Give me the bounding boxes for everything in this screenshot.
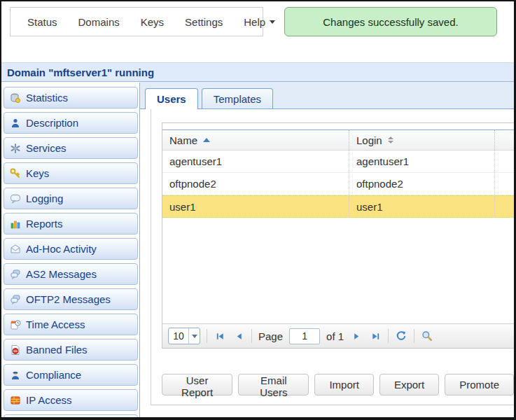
menu-item-help[interactable]: Help	[244, 16, 275, 28]
sidebar-item-compliance[interactable]: Compliance	[4, 364, 138, 386]
sidebar-item-label: Keys	[26, 167, 49, 179]
description-icon	[10, 118, 21, 129]
sidebar-content-divider	[139, 83, 140, 417]
sidebar-item-statistics[interactable]: Statistics	[4, 87, 138, 108]
column-header-name[interactable]: Name	[162, 130, 349, 150]
ip-access-icon	[10, 395, 21, 406]
tab-strip: Users Templates	[140, 82, 514, 109]
cell-name: oftpnode2	[162, 173, 349, 195]
menu-item-settings[interactable]: Settings	[185, 16, 223, 28]
actions-row: User Report Email Users Import Export Pr…	[162, 374, 514, 396]
search-button[interactable]	[421, 330, 433, 342]
column-header-login-label: Login	[356, 134, 382, 146]
sidebar-item-label: Statistics	[26, 92, 68, 104]
cell-login: oftpnode2	[349, 173, 495, 195]
sidebar-item-adhoc-activity[interactable]: Ad-Hoc Activity	[4, 238, 138, 260]
menu-item-keys[interactable]: Keys	[141, 16, 164, 28]
cell-login: agentuser1	[349, 150, 495, 172]
column-header-login[interactable]: Login	[349, 130, 495, 150]
toolbar-separator	[251, 329, 252, 343]
cell-extra	[495, 150, 516, 172]
promote-button[interactable]: Promote	[445, 374, 514, 396]
cell-extra	[495, 173, 516, 195]
page-size-value: 10	[169, 330, 188, 342]
as2-messages-icon	[10, 269, 21, 280]
export-button[interactable]: Export	[379, 374, 439, 396]
sidebar-item-partial[interactable]	[4, 414, 138, 420]
page-size-select[interactable]: 10	[168, 328, 200, 344]
sidebar-item-label: Description	[26, 117, 78, 129]
grid-header: Name Login	[162, 130, 516, 150]
statistics-icon	[10, 92, 21, 104]
sidebar-item-label: OFTP2 Messages	[26, 293, 111, 305]
sidebar-item-time-access[interactable]: Time Access	[4, 314, 138, 335]
sidebar-item-services[interactable]: Services	[4, 137, 138, 159]
domain-status-bar: Domain "mftserver1" running	[1, 62, 514, 82]
menu-item-status[interactable]: Status	[27, 16, 57, 28]
toolbar-separator	[388, 329, 389, 343]
cell-login: user1	[349, 196, 495, 217]
import-button[interactable]: Import	[314, 374, 374, 396]
table-row-selected[interactable]: user1 user1	[162, 195, 516, 218]
sidebar-item-label: AS2 Messages	[26, 268, 97, 280]
toolbar-separator	[207, 329, 207, 343]
first-page-button[interactable]	[214, 330, 226, 342]
sidebar-item-as2-messages[interactable]: AS2 Messages	[4, 263, 138, 285]
services-icon	[10, 143, 21, 154]
sidebar-item-logging[interactable]: Logging	[4, 188, 138, 209]
page-label: Page	[258, 330, 283, 342]
pagination-toolbar: 10 Page of 1	[162, 323, 516, 348]
cell-name: agentuser1	[162, 150, 349, 172]
sidebar-item-oftp2-messages[interactable]: OFTP2 Messages	[4, 288, 138, 310]
app-window: Status Domains Keys Settings Help Change…	[0, 0, 516, 420]
sidebar-item-keys[interactable]: Keys	[4, 162, 138, 184]
sidebar-item-label: Services	[26, 142, 67, 154]
email-users-button[interactable]: Email Users	[238, 374, 309, 396]
sort-unsorted-icon	[388, 136, 393, 144]
table-row[interactable]: agentuser1 agentuser1	[162, 150, 516, 173]
table-row[interactable]: oftpnode2 oftpnode2	[162, 173, 516, 195]
sidebar-item-label: IP Access	[26, 394, 72, 406]
sidebar-item-label: Reports	[26, 218, 63, 230]
cell-name: user1	[162, 196, 349, 217]
column-header-extra[interactable]	[495, 130, 516, 150]
menu-item-domains[interactable]: Domains	[78, 16, 120, 28]
sidebar-item-label: Time Access	[26, 318, 85, 330]
sidebar-item-label: Ad-Hoc Activity	[26, 243, 97, 255]
chevron-down-icon	[188, 328, 200, 344]
sidebar-item-label: Compliance	[26, 369, 81, 381]
cell-extra	[495, 196, 516, 217]
toolbar-separator	[414, 329, 414, 343]
page-number-input[interactable]	[289, 328, 320, 344]
domain-status-text: Domain "mftserver1" running	[7, 66, 154, 78]
adhoc-activity-icon	[10, 244, 21, 255]
last-page-button[interactable]	[369, 330, 382, 342]
user-report-button[interactable]: User Report	[162, 374, 232, 396]
success-alert: Changes successfully saved.	[284, 7, 497, 36]
compliance-icon	[10, 370, 21, 381]
next-page-button[interactable]	[350, 330, 363, 342]
success-alert-text: Changes successfully saved.	[323, 16, 458, 28]
tab-templates[interactable]: Templates	[202, 88, 273, 108]
top-menubar: Status Domains Keys Settings Help	[10, 7, 263, 36]
page-count-label: of 1	[326, 330, 344, 342]
sidebar-item-banned-files[interactable]: Banned Files	[4, 339, 138, 360]
sidebar-item-reports[interactable]: Reports	[4, 213, 138, 234]
menu-item-help-label: Help	[244, 16, 265, 28]
column-header-name-label: Name	[169, 134, 197, 146]
sidebar-item-description[interactable]: Description	[4, 112, 138, 134]
chevron-down-icon	[270, 20, 275, 24]
sidebar-item-ip-access[interactable]: IP Access	[4, 389, 138, 411]
sidebar-item-label: Logging	[26, 192, 63, 204]
banned-files-icon	[10, 344, 21, 356]
oftp2-messages-icon	[10, 294, 21, 305]
keys-icon	[10, 168, 21, 179]
tab-users[interactable]: Users	[145, 88, 198, 109]
users-grid: Name Login agentuser1 agentuser1 oftpnod…	[162, 122, 516, 349]
sidebar: Statistics Description Services Keys Log…	[1, 83, 139, 417]
sidebar-item-label: Banned Files	[26, 344, 88, 356]
prev-page-button[interactable]	[232, 330, 245, 342]
logging-icon	[10, 193, 21, 204]
time-access-icon	[10, 319, 21, 330]
refresh-button[interactable]	[395, 330, 407, 342]
